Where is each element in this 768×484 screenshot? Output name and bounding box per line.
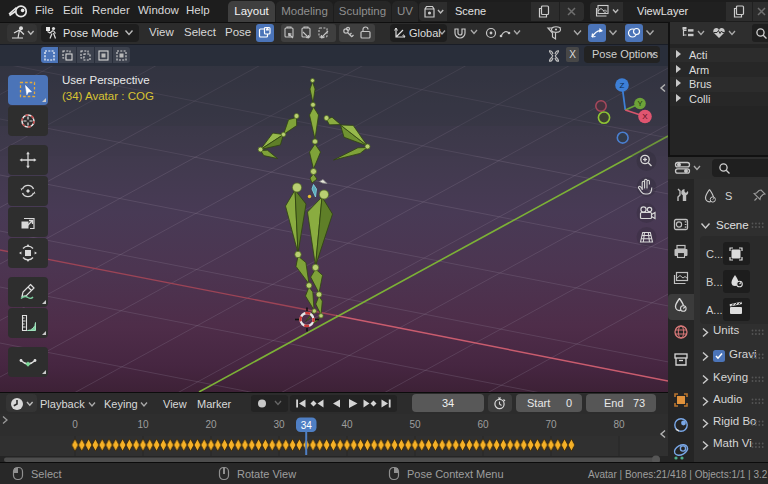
svg-text:30: 30 (273, 419, 285, 430)
svg-text:Z: Z (620, 81, 625, 90)
svg-text:10: 10 (137, 419, 149, 430)
svg-text:0: 0 (72, 419, 78, 430)
svg-text:70: 70 (545, 419, 557, 430)
svg-text:60: 60 (477, 419, 489, 430)
svg-text:40: 40 (341, 419, 353, 430)
svg-text:20: 20 (205, 419, 217, 430)
svg-text:50: 50 (409, 419, 421, 430)
svg-text:X: X (642, 112, 648, 121)
svg-text:80: 80 (613, 419, 625, 430)
svg-text:34: 34 (301, 420, 313, 431)
svg-text:Y: Y (637, 99, 642, 108)
